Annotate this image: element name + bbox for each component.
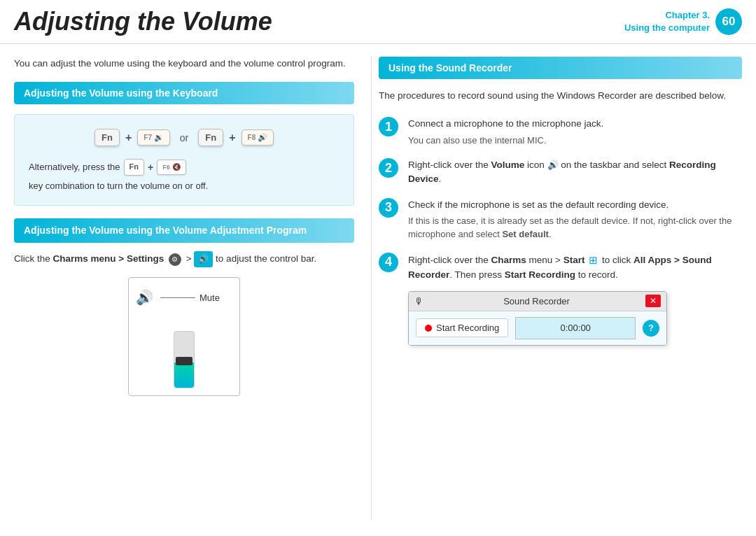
page-number: 60 bbox=[715, 8, 742, 35]
step-2: 2 Right-click over the Volume icon 🔊 on … bbox=[379, 158, 742, 187]
mute-label: Mute bbox=[200, 292, 220, 303]
charms-bold: Charms menu > Settings bbox=[53, 253, 164, 264]
plus-3: + bbox=[148, 160, 153, 175]
start-recording-label: Start Recording bbox=[436, 323, 499, 333]
f8-icon: 🔊 bbox=[258, 133, 267, 141]
step-3-text: Check if the microphone is set as the de… bbox=[408, 199, 668, 210]
key-row-main: Fn + F7 🔉 or Fn + F8 🔊 bbox=[29, 129, 340, 146]
f6-icon: 🔇 bbox=[172, 162, 181, 173]
step-3: 3 Check if the microphone is set as the … bbox=[379, 198, 742, 241]
step-4-content: Right-click over the Charms menu > Start… bbox=[408, 253, 742, 346]
alt-prefix: Alternatively, press the bbox=[29, 160, 120, 175]
step-4: 4 Right-click over the Charms menu > Sta… bbox=[379, 253, 742, 346]
step-3-sub: If this is the case, it is already set a… bbox=[408, 214, 742, 241]
windows-icon: ⊞ bbox=[589, 254, 598, 266]
slider-fill bbox=[174, 362, 194, 388]
step-number-1: 1 bbox=[379, 117, 398, 136]
step-1-sub: You can also use the internal MIC. bbox=[408, 134, 742, 148]
fn-inline-key: Fn bbox=[124, 159, 144, 176]
right-column: Using the Sound Recorder The procedures … bbox=[371, 57, 742, 521]
slider-box: 🔊 Mute bbox=[128, 277, 240, 396]
step-1-text: Connect a microphone to the microphone j… bbox=[408, 118, 603, 129]
recording-device-bold: Recording Device bbox=[408, 160, 716, 184]
record-dot bbox=[425, 325, 432, 332]
page-title: Adjusting the Volume bbox=[14, 7, 272, 36]
slider-thumb[interactable] bbox=[176, 357, 192, 365]
keyboard-section-header: Adjusting the Volume using the Keyboard bbox=[14, 82, 354, 104]
f8-key: F8 🔊 bbox=[241, 129, 274, 146]
sound-recorder-header: Using the Sound Recorder bbox=[379, 57, 742, 79]
volume-icon-inline: 🔊 bbox=[194, 251, 213, 267]
sound-recorder-ui: 🎙 Sound Recorder ✕ Start Recording 0:00:… bbox=[408, 291, 667, 346]
alt-key-text: Alternatively, press the Fn + F6 🔇 key c… bbox=[29, 159, 340, 193]
sr-timer: 0:00:00 bbox=[515, 317, 636, 339]
settings-icon: ⚙ bbox=[169, 253, 181, 266]
intro-text: You can adjust the volume using the keyb… bbox=[14, 57, 354, 71]
sr-titlebar: 🎙 Sound Recorder ✕ bbox=[409, 292, 666, 312]
or-text: or bbox=[180, 132, 188, 143]
sr-close-button[interactable]: ✕ bbox=[645, 295, 661, 307]
set-default-bold: Set default bbox=[502, 229, 548, 239]
step-number-2: 2 bbox=[379, 158, 398, 178]
page-header: Adjusting the Volume Chapter 3. Using th… bbox=[0, 0, 756, 44]
volume-bold: Volume bbox=[491, 160, 525, 170]
step-1-content: Connect a microphone to the microphone j… bbox=[408, 117, 742, 147]
start-bold: Start bbox=[564, 255, 585, 265]
chapter-info: Chapter 3. Using the computer 60 bbox=[624, 8, 742, 35]
mute-line bbox=[160, 297, 195, 299]
slider-container: 🔊 Mute bbox=[14, 277, 354, 396]
step-number-4: 4 bbox=[379, 253, 398, 272]
charms-bold-2: Charms bbox=[491, 255, 526, 265]
alt-suffix: key combination to turn the volume on or… bbox=[29, 179, 208, 194]
main-content: You can adjust the volume using the keyb… bbox=[0, 44, 756, 528]
chapter-text: Chapter 3. Using the computer bbox=[624, 9, 710, 34]
f7-icon: 🔉 bbox=[154, 133, 164, 141]
sr-body: Start Recording 0:00:00 ? bbox=[409, 311, 666, 345]
sr-help-button[interactable]: ? bbox=[643, 320, 659, 337]
plus-2: + bbox=[229, 132, 235, 144]
left-column: You can adjust the volume using the keyb… bbox=[14, 57, 371, 521]
f6-inline-key: F6 🔇 bbox=[157, 160, 186, 175]
start-recording-bold: Start Recording bbox=[505, 269, 575, 280]
volume-icon-slider: 🔊 bbox=[136, 289, 153, 306]
sr-title-text: Sound Recorder bbox=[428, 295, 645, 309]
step-number-3: 3 bbox=[379, 198, 398, 218]
sr-title-icon: 🎙 bbox=[414, 295, 424, 309]
f7-key: F7 🔉 bbox=[137, 129, 169, 146]
keyboard-box: Fn + F7 🔉 or Fn + F8 🔊 Alternatively, pr… bbox=[14, 114, 354, 205]
slider-track[interactable] bbox=[174, 331, 195, 388]
vol-adj-text: Click the Charms menu > Settings ⚙ > 🔊 t… bbox=[14, 251, 354, 267]
recorder-intro: The procedures to record sound using the… bbox=[379, 89, 742, 103]
step-2-content: Right-click over the Volume icon 🔊 on th… bbox=[408, 158, 742, 187]
slider-top: 🔊 Mute bbox=[136, 289, 220, 306]
plus-1: + bbox=[125, 132, 132, 144]
start-recording-button[interactable]: Start Recording bbox=[416, 318, 508, 337]
volume-taskbar-icon: 🔊 bbox=[547, 160, 559, 170]
slider-illustration: 🔊 Mute bbox=[128, 277, 240, 396]
fn-key-2: Fn bbox=[198, 129, 223, 146]
step-3-content: Check if the microphone is set as the de… bbox=[408, 198, 742, 241]
step-1: 1 Connect a microphone to the microphone… bbox=[379, 117, 742, 147]
fn-key-1: Fn bbox=[94, 129, 120, 146]
vol-adj-header: Adjusting the Volume using the Volume Ad… bbox=[14, 218, 354, 244]
